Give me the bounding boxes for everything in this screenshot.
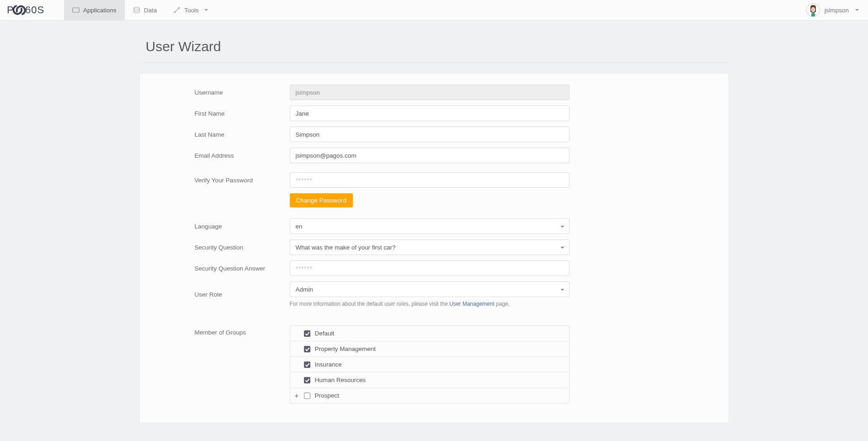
- first-name-input[interactable]: [290, 106, 570, 121]
- page: User Wizard Username First Name Last Nam…: [139, 21, 729, 423]
- nav-label: Data: [144, 7, 157, 14]
- username-input: [290, 85, 570, 100]
- last-name-input[interactable]: [290, 127, 570, 142]
- group-label: Human Resources: [315, 377, 366, 383]
- group-checkbox[interactable]: [304, 377, 310, 383]
- avatar: [806, 3, 820, 17]
- security-question-select[interactable]: What was the make of your first car?: [290, 239, 570, 255]
- svg-text:60S: 60S: [25, 4, 44, 16]
- group-item[interactable]: Default: [290, 326, 569, 341]
- nav-tools[interactable]: Tools: [165, 0, 216, 20]
- group-label: Insurance: [315, 361, 342, 368]
- label-username: Username: [157, 89, 290, 96]
- email-input[interactable]: [290, 148, 570, 163]
- group-label: Default: [315, 330, 335, 337]
- label-member-of-groups: Member of Groups: [157, 325, 290, 336]
- chevron-down-icon: [855, 9, 859, 11]
- user-name: jsimpson: [825, 7, 849, 14]
- group-checkbox[interactable]: [304, 393, 310, 399]
- nav-applications[interactable]: Applications: [64, 0, 125, 20]
- label-last-name: Last Name: [157, 131, 290, 138]
- group-item[interactable]: Insurance: [290, 356, 569, 372]
- user-management-link[interactable]: User Management: [449, 301, 495, 307]
- group-label: Property Management: [315, 345, 376, 352]
- user-role-select[interactable]: Admin: [290, 282, 570, 297]
- group-checkbox[interactable]: [304, 346, 310, 352]
- label-email: Email Address: [157, 152, 290, 159]
- label-verify-password: Verify Your Password: [157, 177, 290, 184]
- topbar: P 60S Applications Data Tools: [0, 0, 868, 21]
- change-password-button[interactable]: Change Password: [290, 193, 353, 207]
- svg-point-9: [814, 9, 815, 10]
- svg-point-7: [811, 7, 815, 12]
- label-first-name: First Name: [157, 110, 290, 117]
- language-select[interactable]: en: [290, 218, 570, 234]
- label-language: Language: [157, 223, 290, 230]
- group-item[interactable]: Property Management: [290, 341, 569, 356]
- group-label: Prospect: [315, 392, 339, 399]
- label-security-question: Security Question: [157, 244, 290, 251]
- label-security-answer: Security Question Answer: [157, 265, 290, 272]
- nav: Applications Data Tools: [64, 0, 216, 20]
- group-item[interactable]: +Prospect: [290, 388, 569, 403]
- nav-data[interactable]: Data: [125, 0, 165, 20]
- user-wizard-form: Username First Name Last Name Email Addr…: [139, 73, 729, 423]
- database-icon: [133, 6, 140, 14]
- expand-icon[interactable]: +: [295, 392, 299, 399]
- tools-icon: [173, 6, 181, 14]
- nav-label: Applications: [83, 7, 117, 14]
- user-role-helptext: For more information about the default u…: [290, 301, 570, 307]
- group-checkbox[interactable]: [304, 330, 310, 337]
- logo[interactable]: P 60S: [0, 4, 64, 16]
- applications-icon: [72, 6, 80, 14]
- group-checkbox[interactable]: [304, 361, 310, 368]
- page-title: User Wizard: [139, 39, 729, 63]
- svg-rect-2: [73, 8, 79, 12]
- svg-point-3: [134, 7, 139, 9]
- group-item[interactable]: Human Resources: [290, 372, 569, 388]
- nav-label: Tools: [184, 7, 199, 14]
- group-list: DefaultProperty ManagementInsuranceHuman…: [290, 325, 570, 404]
- user-menu[interactable]: jsimpson: [803, 3, 863, 17]
- chevron-down-icon: [204, 9, 208, 11]
- label-user-role: User Role: [157, 291, 290, 298]
- security-answer-input[interactable]: [290, 260, 570, 276]
- svg-point-8: [812, 9, 813, 10]
- verify-password-input[interactable]: [290, 172, 570, 188]
